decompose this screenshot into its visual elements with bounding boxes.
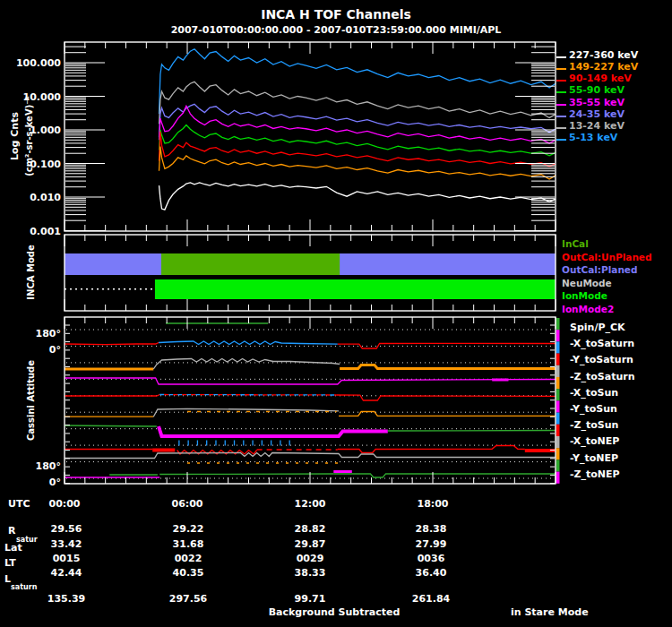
ephemeris-value: 99.71 <box>281 593 339 605</box>
utc-tick-label: 12:00 <box>290 498 330 510</box>
flux-legend-label: 149-227 keV <box>569 61 638 73</box>
attitude-legend-label: -Y_toNEP <box>570 452 618 464</box>
utc-tick-label: 06:00 <box>168 498 207 510</box>
attitude-legend-label: -X_toSaturn <box>570 338 634 349</box>
ephemeris-value: 33.42 <box>38 538 95 550</box>
utc-row-label: UTC <box>8 498 30 510</box>
attitude-edge-color-tick <box>556 460 560 471</box>
attitude-trace--y-tonep <box>65 453 556 459</box>
attitude-trace--z-tosun <box>65 425 157 426</box>
attitude-trace--x-tosun <box>337 395 556 400</box>
mode-legend-label: IonMode2 <box>562 304 614 314</box>
flux-series-55-90-kev <box>159 125 556 156</box>
attitude-trace--z-tonep <box>333 474 556 477</box>
attitude-edge-color-tick <box>556 377 560 389</box>
attitude-trace--y-tosaturn <box>340 365 556 369</box>
flux-legend-dash <box>556 91 566 93</box>
flux-ytick-label: 0.001 <box>0 226 61 237</box>
attitude-ytick-label: 180° <box>0 460 61 472</box>
attitude-ytick-label: 0° <box>0 477 61 488</box>
ephemeris-value: 36.40 <box>402 567 460 579</box>
ephemeris-value: 28.82 <box>281 523 339 535</box>
footer-stare-mode: in Stare Mode <box>511 606 589 618</box>
attitude-edge-color-tick <box>556 341 560 353</box>
flux-series-35-55-kev <box>159 106 556 143</box>
ephemeris-value: 0036 <box>402 553 460 564</box>
attitude-legend-label: -X_toSun <box>570 387 618 399</box>
ephemeris-value: 31.68 <box>159 538 217 550</box>
flux-legend-label: 55-90 keV <box>569 84 625 96</box>
ephemeris-row-label-r: R <box>8 525 15 537</box>
attitude-legend-label: -Y_toSaturn <box>570 354 633 365</box>
ephemeris-row-label-lt: LT <box>4 557 16 569</box>
mode-legend-label: OutCal:UnPlaned <box>562 252 652 262</box>
flux-legend-dash <box>556 80 566 82</box>
flux-panel-border <box>65 42 556 231</box>
attitude-panel-label: Cassini Attitude <box>26 360 36 441</box>
attitude-edge-color-tick <box>556 389 560 400</box>
ephemeris-value: 261.84 <box>402 593 460 605</box>
footer-background-subtracted: Background Subtracted <box>269 606 401 618</box>
page-subtitle: 2007-010T00:00:00.000 - 2007-010T23:59:0… <box>0 24 672 36</box>
ephemeris-row-label-lat: Lat <box>4 542 22 554</box>
attitude-legend-label: -Z_toSun <box>570 419 618 431</box>
attitude-edge-color-tick <box>556 400 560 412</box>
attitude-edge-color-tick <box>556 448 560 460</box>
mode-legend-label: NeuMode <box>562 278 612 288</box>
attitude-trace--x-tonep <box>338 446 525 453</box>
flux-ytick-label: 100.000 <box>0 57 61 69</box>
attitude-edge-color-tick <box>556 330 560 341</box>
attitude-trace--z-tosun <box>159 426 388 436</box>
attitude-trace--y-tosaturn <box>153 359 340 370</box>
flux-series-24-35-kev <box>159 104 556 137</box>
attitude-legend-label: -X_toNEP <box>570 435 619 447</box>
flux-ytick-label: 0.100 <box>0 159 61 170</box>
flux-ytick-label: 1.000 <box>0 125 61 136</box>
mode-legend-label: OutCal:Planed <box>562 264 638 275</box>
attitude-edge-color-tick <box>556 413 560 425</box>
ephemeris-value: 29.56 <box>38 523 95 535</box>
ephemeris-value: 0022 <box>159 553 217 564</box>
attitude-edge-color-tick <box>556 472 560 484</box>
flux-legend-dash <box>556 127 566 129</box>
mode-bar-ionmode <box>155 279 556 299</box>
ephemeris-value: 40.35 <box>159 567 217 579</box>
flux-series-13-24-kev <box>159 82 556 124</box>
flux-legend-label: 90-149 keV <box>569 73 632 84</box>
ephemeris-value: 38.33 <box>281 567 339 579</box>
ephemeris-row-sublabel-saturn: saturn <box>11 583 37 591</box>
flux-legend-label: 227-360 keV <box>569 49 638 61</box>
attitude-trace--y-tosun <box>153 408 339 417</box>
attitude-trace--x-tosun <box>65 395 159 397</box>
mode-legend-label: InCal <box>562 238 589 249</box>
flux-y-axis-label: Log Cnts <box>9 112 21 160</box>
ephemeris-value: 42.44 <box>38 567 95 579</box>
attitude-trace--z-tonep <box>159 474 333 475</box>
ephemeris-value: 27.99 <box>402 538 460 550</box>
flux-legend-dash <box>556 116 566 117</box>
attitude-edge-color-tick <box>556 365 560 377</box>
attitude-legend-label: -Y_toSun <box>570 403 617 415</box>
attitude-trace--x-tosaturn <box>159 341 338 345</box>
ephemeris-row-label-l: L <box>4 573 11 585</box>
flux-legend-label: 5-13 keV <box>569 132 617 143</box>
ephemeris-value: 135.39 <box>38 593 95 605</box>
flux-legend-label: 13-24 keV <box>569 120 625 132</box>
flux-series-227-360-kev <box>159 183 556 210</box>
attitude-edge-color-tick <box>556 425 560 436</box>
flux-legend-dash <box>556 104 566 106</box>
flux-ytick-label: 0.010 <box>0 192 61 203</box>
utc-tick-label: 00:00 <box>45 498 84 510</box>
mode-bar-incal <box>161 253 340 275</box>
ephemeris-value: 0029 <box>281 553 339 564</box>
attitude-ytick-label: 0° <box>0 344 61 356</box>
utc-tick-label: 18:00 <box>413 498 452 510</box>
attitude-edge-color-tick <box>556 354 560 365</box>
flux-legend-dash <box>556 56 566 58</box>
flux-legend-dash <box>556 139 566 141</box>
flux-legend-dash <box>556 68 566 70</box>
ephemeris-value: 0015 <box>38 553 95 564</box>
attitude-ytick-label: 180° <box>0 328 61 339</box>
flux-ytick-label: 10.000 <box>0 91 61 103</box>
mode-panel-label: INCA Mode <box>26 245 36 299</box>
